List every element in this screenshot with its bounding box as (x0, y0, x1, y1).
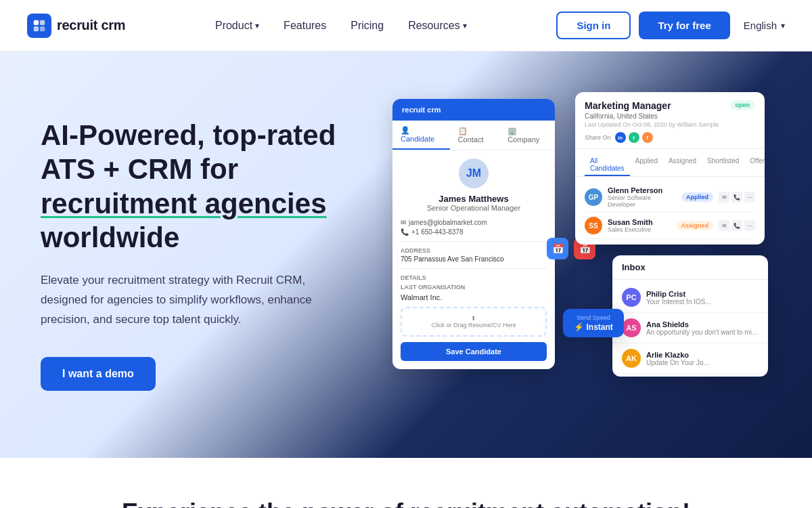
save-candidate-button[interactable]: Save Candidate (401, 342, 547, 361)
send-value: ⚡ Instant (570, 322, 617, 332)
last-org-label: LAST ORGANISATION (401, 284, 547, 291)
candidate-badge: Assigned (676, 221, 713, 230)
candidate-card: recruit crm 👤 Candidate 📋 Contact 🏢 Comp… (392, 99, 555, 369)
job-title: Marketing Manager (585, 100, 671, 111)
action-icon-sm[interactable]: ✉ (719, 220, 729, 231)
hero-subtitle: Elevate your recruitment strategy with R… (41, 271, 352, 330)
nav-resources[interactable]: Resources ▾ (408, 20, 466, 32)
card-logo: recruit crm (402, 106, 441, 114)
tab-assigned[interactable]: Assigned (663, 154, 702, 176)
job-meta: Last Updated On Oct 06, 2020 by William … (585, 121, 755, 128)
tab-contact[interactable]: 📋 Contact (450, 121, 500, 150)
candidate-row: GP Glenn Peterson Senior Software Develo… (585, 182, 755, 213)
candidate-info: Susan Smith Sales Executive (608, 218, 671, 233)
inbox-item[interactable]: AK Arlie Klazko Update On Your Jo... (612, 343, 768, 374)
navbar: recruit crm Product ▾ Features Pricing R… (0, 0, 812, 51)
tab-all-candidates[interactable]: All Candidates (585, 154, 630, 176)
candidate-avatar-sm: SS (585, 217, 602, 234)
inbox-message-preview: An opportunity you don't want to miss! (646, 329, 759, 336)
try-free-button[interactable]: Try for free (639, 12, 729, 39)
job-open-badge: open (730, 100, 756, 110)
tab-offered[interactable]: Offered (744, 154, 765, 176)
svg-rect-3 (40, 26, 45, 30)
inbox-avatar: AS (622, 318, 641, 337)
candidate-role: Senior Operational Manager (401, 204, 547, 212)
logo-icon (27, 14, 51, 38)
nav-pricing[interactable]: Pricing (351, 20, 384, 32)
inbox-info: Philip Crist Your Interest In IOS... (646, 290, 759, 305)
phone-icon: 📞 (401, 228, 409, 236)
inbox-list: PC Philip Crist Your Interest In IOS... … (612, 280, 768, 377)
send-speed-card: Send Speed ⚡ Instant (563, 309, 624, 337)
job-share: Share On in t f (585, 132, 755, 143)
candidate-avatar-sm: GP (585, 188, 602, 206)
share-other-icon[interactable]: f (642, 132, 653, 143)
email-icon: ✉ (401, 219, 406, 226)
inbox-card: Inbox PC Philip Crist Your Interest In I… (612, 255, 768, 377)
card-tabs: 👤 Candidate 📋 Contact 🏢 Company (392, 121, 555, 150)
job-title-row: Marketing Manager open (585, 100, 755, 111)
signin-button[interactable]: Sign in (556, 12, 631, 39)
inbox-title: Inbox (612, 255, 768, 280)
bottom-title: Experience the power of recruitment auto… (27, 499, 785, 508)
action-icon-sm[interactable]: ⋯ (744, 220, 755, 231)
tab-company[interactable]: 🏢 Company (499, 121, 555, 150)
tab-applied[interactable]: Applied (630, 154, 663, 176)
inbox-info: Arlie Klazko Update On Your Jo... (646, 351, 759, 366)
inbox-info: Ana Shields An opportunity you don't wan… (646, 320, 759, 336)
divider (401, 241, 547, 242)
candidates-list: GP Glenn Peterson Senior Software Develo… (575, 177, 765, 245)
nav-actions: Sign in Try for free English ▾ (556, 12, 785, 39)
language-label: English (744, 20, 777, 31)
candidate-badge: Applied (681, 192, 713, 202)
card-header: recruit crm (392, 99, 555, 121)
inbox-avatar: AK (622, 349, 641, 368)
upload-area[interactable]: ⬆ Click or Drag Resume/CV Here (401, 307, 547, 337)
tab-shortlisted[interactable]: Shortlisted (702, 154, 744, 176)
pipeline-tabs: All Candidates Applied Assigned Shortlis… (575, 149, 765, 177)
inbox-sender-name: Philip Crist (646, 290, 759, 298)
hero-mockup: recruit crm 👤 Candidate 📋 Contact 🏢 Comp… (379, 92, 771, 417)
language-selector[interactable]: English ▾ (744, 20, 785, 31)
demo-button[interactable]: I want a demo (41, 357, 156, 391)
inbox-item[interactable]: AS Ana Shields An opportunity you don't … (612, 313, 768, 343)
share-linkedin-icon[interactable]: in (615, 132, 626, 143)
candidate-phone: 📞 +1 650-443-8378 (401, 228, 547, 236)
job-header: Marketing Manager open California, Unite… (575, 92, 765, 149)
calendar-blue-icon[interactable]: 📅 (547, 238, 568, 259)
svg-rect-2 (34, 26, 39, 30)
action-icon-sm[interactable]: 📞 (731, 220, 742, 231)
nav-product[interactable]: Product ▾ (215, 20, 259, 32)
svg-rect-1 (40, 20, 45, 24)
chevron-down-icon: ▾ (781, 21, 785, 30)
chevron-down-icon: ▾ (255, 21, 259, 30)
svg-rect-0 (34, 20, 39, 24)
hero-title: AI-Powered, top-rated ATS + CRM for recr… (41, 119, 379, 255)
action-icon-sm[interactable]: ⋯ (744, 192, 755, 203)
inbox-message-preview: Your Interest In IOS... (646, 298, 759, 305)
share-circles: in t f (615, 132, 653, 143)
candidate-action-icons: ✉ 📞 ⋯ (719, 192, 755, 203)
inbox-avatar: PC (622, 288, 641, 307)
card-body: JM James Matthews Senior Operational Man… (392, 150, 555, 369)
inbox-sender-name: Ana Shields (646, 320, 759, 329)
share-twitter-icon[interactable]: t (629, 132, 639, 143)
nav-features[interactable]: Features (284, 20, 326, 32)
last-org-value: Walmart Inc. (401, 293, 547, 301)
bottom-section: Experience the power of recruitment auto… (0, 458, 812, 508)
address-value: 705 Parnassus Ave San Francisco (401, 255, 547, 263)
logo[interactable]: recruit crm (27, 14, 125, 38)
logo-text: recruit crm (57, 18, 125, 33)
divider (401, 268, 547, 269)
action-icon-sm[interactable]: ✉ (719, 192, 729, 203)
inbox-item[interactable]: PC Philip Crist Your Interest In IOS... (612, 282, 768, 313)
candidate-info: Glenn Peterson Senior Software Developer (608, 186, 676, 208)
upload-icon: ⬆ (409, 315, 539, 322)
tab-candidate[interactable]: 👤 Candidate (392, 121, 450, 150)
candidate-name-sm: Glenn Peterson (608, 186, 676, 194)
send-label: Send Speed (570, 314, 617, 321)
candidate-name-sm: Susan Smith (608, 218, 671, 226)
address-label: ADDRESS (401, 247, 547, 254)
job-card: Marketing Manager open California, Unite… (575, 92, 765, 245)
action-icon-sm[interactable]: 📞 (731, 192, 742, 203)
